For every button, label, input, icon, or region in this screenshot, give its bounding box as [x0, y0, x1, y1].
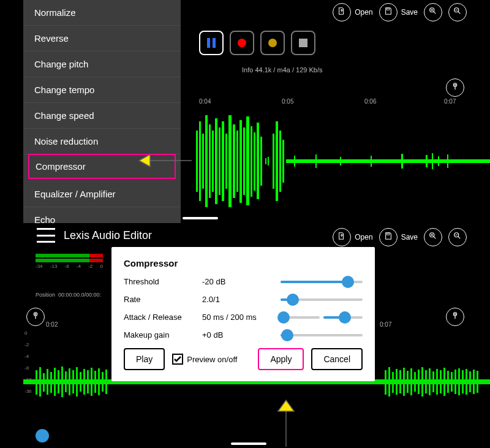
svg-rect-61	[80, 372, 81, 392]
svg-rect-21	[251, 126, 252, 197]
svg-rect-78	[418, 370, 420, 394]
svg-rect-88	[454, 370, 456, 394]
vu-label: -4	[77, 264, 81, 269]
ruler-tick: 0:07	[380, 321, 391, 332]
zoom-in-icon	[429, 7, 437, 18]
svg-rect-83	[436, 369, 438, 395]
preview-checkbox[interactable]: Preview on/off	[172, 354, 251, 365]
svg-rect-24	[260, 137, 262, 186]
zoom-in-button[interactable]	[424, 3, 442, 21]
attack-slider[interactable]	[281, 316, 320, 319]
dialog-actions: Play Preview on/off Apply Cancel	[124, 348, 363, 370]
release-slider[interactable]	[323, 316, 363, 319]
makeup-value: +0 dB	[202, 330, 281, 340]
cancel-button[interactable]: Cancel	[311, 348, 363, 370]
svg-rect-18	[239, 120, 242, 203]
svg-rect-37	[426, 155, 428, 167]
vu-label: 0	[100, 264, 103, 269]
zoom-out-button[interactable]	[448, 228, 467, 246]
svg-rect-27	[273, 134, 274, 189]
svg-rect-17	[236, 131, 238, 192]
menu-item-change-speed[interactable]: Change speed	[23, 103, 181, 129]
svg-rect-92	[469, 371, 471, 392]
vu-label: -13	[50, 264, 58, 269]
dialog-title: Compressor	[124, 258, 363, 268]
menu-item-change-pitch[interactable]: Change pitch	[23, 51, 181, 77]
svg-rect-67	[102, 372, 104, 392]
svg-rect-9	[209, 124, 211, 198]
svg-point-4	[454, 85, 456, 86]
waveform-top[interactable]	[181, 109, 490, 213]
svg-rect-8	[205, 115, 208, 207]
threshold-slider[interactable]	[281, 281, 363, 283]
zoom-out-button[interactable]	[448, 3, 467, 21]
zoom-in-button[interactable]	[424, 228, 442, 246]
menu-item-reverse[interactable]: Reverse	[23, 26, 181, 51]
stop-button[interactable]	[291, 31, 315, 55]
save-button[interactable]: Save	[379, 228, 418, 246]
svg-rect-65	[94, 371, 96, 393]
svg-rect-55	[58, 370, 59, 393]
threshold-row: Threshold -20 dB	[124, 277, 363, 286]
zoom-out-icon	[453, 232, 462, 243]
marker-button-top[interactable]	[446, 78, 464, 97]
svg-rect-6	[199, 121, 201, 201]
menu-button[interactable]	[37, 228, 55, 243]
svg-rect-32	[294, 156, 295, 167]
svg-rect-35	[371, 156, 372, 167]
svg-point-45	[35, 314, 36, 315]
record-button[interactable]	[230, 31, 254, 55]
rate-slider[interactable]	[281, 298, 363, 301]
svg-rect-71	[392, 372, 394, 393]
svg-rect-33	[315, 154, 317, 168]
makeup-label: Makeup gain	[124, 330, 202, 340]
svg-rect-40	[447, 154, 448, 168]
svg-rect-53	[50, 372, 52, 393]
save-icon	[384, 232, 393, 243]
ruler-tick: 0:04	[199, 98, 211, 105]
apply-button[interactable]: Apply	[258, 348, 304, 370]
save-button[interactable]: Save	[379, 3, 418, 21]
save-label: Save	[401, 8, 418, 17]
svg-rect-64	[91, 368, 92, 396]
svg-rect-39	[438, 156, 439, 166]
svg-rect-87	[451, 372, 453, 392]
rate-row: Rate 2.0/1	[124, 295, 363, 304]
svg-rect-84	[440, 370, 442, 393]
file-open-icon	[337, 7, 346, 18]
mark-button[interactable]	[260, 31, 285, 55]
svg-rect-13	[222, 121, 224, 201]
svg-rect-10	[212, 131, 214, 192]
pause-button[interactable]	[199, 31, 224, 55]
open-label: Open	[355, 233, 372, 241]
menu-item-equalizer[interactable]: Equalizer / Amplifier	[23, 181, 181, 207]
save-icon	[384, 7, 393, 18]
svg-rect-34	[340, 157, 341, 165]
svg-rect-85	[443, 368, 445, 396]
play-button[interactable]: Play	[124, 348, 165, 370]
svg-rect-82	[432, 371, 434, 392]
callout-arrow-bottom	[271, 399, 301, 448]
open-button[interactable]: Open	[333, 228, 372, 246]
menu-item-noise-reduction[interactable]: Noise reduction	[23, 129, 181, 154]
svg-rect-91	[466, 369, 467, 395]
svg-rect-36	[401, 154, 403, 169]
menu-item-normalize[interactable]: Normalize	[23, 0, 181, 26]
ruler-tick: 0:07	[444, 98, 456, 105]
compressor-dialog: Compressor Threshold -20 dB Rate 2.0/1 A…	[111, 247, 375, 381]
svg-rect-86	[447, 371, 449, 393]
svg-rect-59	[72, 370, 74, 393]
attack-release-value: 50 ms / 200 ms	[202, 313, 281, 322]
svg-rect-77	[414, 372, 416, 392]
preview-label: Preview on/off	[187, 355, 237, 364]
svg-rect-30	[282, 140, 284, 183]
makeup-slider[interactable]	[281, 334, 363, 336]
svg-rect-5	[196, 131, 198, 192]
menu-item-change-tempo[interactable]: Change tempo	[23, 77, 181, 103]
open-button[interactable]: Open	[333, 3, 372, 21]
vu-label: -8	[65, 264, 69, 269]
svg-rect-50	[39, 367, 41, 397]
scrubber-handle[interactable]	[36, 429, 49, 442]
marker-button-left[interactable]	[26, 308, 45, 326]
svg-rect-89	[458, 368, 460, 395]
